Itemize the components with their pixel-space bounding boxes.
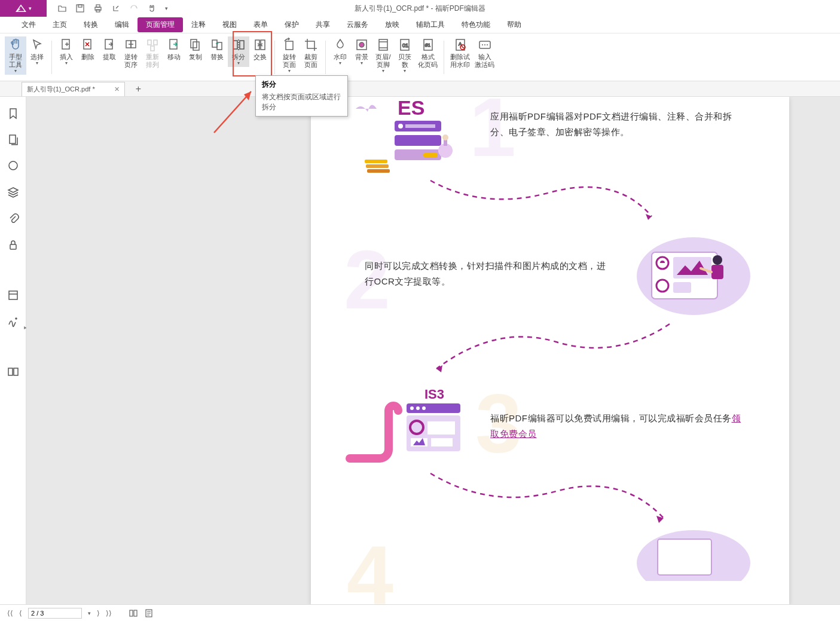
svg-rect-15 — [193, 42, 199, 50]
menu-accessibility[interactable]: 辅助工具 — [408, 17, 453, 32]
ribbon-select[interactable]: 选择 ▾ — [26, 36, 48, 67]
menu-slideshow[interactable]: 放映 — [377, 17, 408, 32]
menu-help[interactable]: 帮助 — [499, 17, 530, 32]
svg-point-59 — [713, 255, 722, 265]
ribbon-label: 删除试 用水印 — [450, 53, 470, 69]
menu-edit[interactable]: 编辑 — [106, 17, 138, 32]
ribbon-background[interactable]: 背景 ▾ — [351, 36, 372, 67]
ribbon-crop[interactable]: 裁剪 页面 — [300, 36, 322, 70]
security-icon[interactable] — [7, 239, 19, 251]
ribbon-copy[interactable]: 复制 — [185, 36, 206, 62]
svg-rect-10 — [148, 40, 151, 45]
copy-icon — [188, 38, 203, 52]
ribbon-delete[interactable]: 删除 — [77, 36, 99, 62]
menu-view[interactable]: 视图 — [214, 17, 245, 32]
first-page-button[interactable]: ⟨⟨ — [7, 609, 13, 617]
ribbon-label: 交换 — [253, 53, 267, 61]
ribbon-exchange[interactable]: 交换 — [249, 36, 271, 62]
ribbon-watermark[interactable]: 水印 ▾ — [329, 36, 351, 67]
pages-icon[interactable] — [7, 134, 19, 146]
svg-rect-1 — [78, 5, 82, 7]
svg-rect-73 — [134, 610, 137, 616]
svg-rect-25 — [379, 39, 387, 50]
ribbon-format-pagenum[interactable]: #1 格式 化页码 — [416, 36, 440, 70]
delete-icon — [81, 38, 95, 52]
prev-page-button[interactable]: ⟨ — [19, 609, 22, 617]
page-dropdown-icon[interactable]: ▾ — [88, 610, 91, 616]
del-watermark-icon: A — [453, 38, 468, 52]
ribbon-del-trial-wm[interactable]: A 删除试 用水印 — [448, 36, 472, 70]
compare-icon[interactable] — [7, 366, 19, 378]
qat-dropdown-icon[interactable]: ▾ — [165, 5, 168, 11]
layers-icon[interactable] — [7, 186, 19, 198]
ribbon-label: 替换 — [210, 53, 224, 61]
titlebar: ▾ ▾ 新人引导(1)_OCR.pdf * - 福昕PDF编辑器 — [0, 0, 840, 17]
extract-icon — [102, 38, 117, 52]
ribbon-input-code[interactable]: 输入 激活码 — [472, 36, 497, 70]
ribbon-rotate[interactable]: 旋转 页面 ▾ — [279, 36, 300, 75]
logo-dropdown-icon[interactable]: ▾ — [29, 5, 32, 11]
redo-icon[interactable] — [129, 4, 139, 13]
dropdown-arrow-icon: ▾ — [404, 69, 406, 74]
tab-add-button[interactable]: + — [136, 84, 141, 94]
hand-icon[interactable] — [147, 4, 157, 13]
ribbon-replace[interactable]: 替换 — [206, 36, 228, 62]
svg-point-42 — [398, 124, 403, 129]
ribbon-header-footer[interactable]: 页眉/ 页脚 ▾ — [372, 36, 394, 75]
document-tab[interactable]: 新人引导(1)_OCR.pdf * ✕ — [22, 82, 125, 96]
next-page-button[interactable]: ⟩ — [97, 609, 100, 617]
tab-close-icon[interactable]: ✕ — [114, 85, 120, 93]
bookmark-icon[interactable] — [7, 108, 19, 120]
save-icon[interactable] — [75, 4, 85, 13]
dropdown-arrow-icon: ▾ — [382, 69, 384, 74]
ribbon-rearrange: 重新 排列 — [142, 36, 163, 70]
ribbon-label: 输入 激活码 — [475, 53, 494, 69]
svg-rect-18 — [233, 41, 237, 49]
ribbon-move[interactable]: 移动 — [163, 36, 185, 62]
ribbon-split[interactable]: 拆分 ▾ — [228, 36, 249, 67]
step1-text: 应用福昕PDF编辑器对PDF文档进行编辑、注释、合并和拆分、电子签章、加密解密等… — [490, 109, 747, 140]
attachment-icon[interactable] — [7, 213, 19, 225]
svg-rect-61 — [407, 403, 460, 413]
menu-cloud[interactable]: 云服务 — [338, 17, 377, 32]
ribbon-hand-tool[interactable]: 手型 工具 ▾ — [5, 36, 26, 75]
fields-icon[interactable] — [7, 289, 19, 301]
svg-point-24 — [359, 42, 364, 47]
ribbon-label: 删除 — [81, 53, 94, 61]
ribbon-extract[interactable]: 提取 — [99, 36, 120, 62]
dropdown-arrow-icon: ▾ — [361, 61, 363, 66]
document-page: 1 ES 应用福昕PDF编辑器对PDF文档进行编辑、注释、合并 — [311, 97, 789, 604]
menu-comment[interactable]: 注释 — [183, 17, 214, 32]
menu-features[interactable]: 特色功能 — [453, 17, 499, 32]
reflow-icon[interactable] — [144, 608, 154, 618]
svg-point-62 — [410, 406, 414, 410]
svg-rect-39 — [8, 368, 13, 375]
undo-icon[interactable] — [111, 4, 121, 13]
menu-protect[interactable]: 保护 — [276, 17, 307, 32]
open-icon[interactable] — [57, 4, 67, 13]
ribbon-bates[interactable]: 01 贝茨 数 ▾ — [394, 36, 416, 75]
page-input[interactable] — [28, 608, 82, 619]
menu-form[interactable]: 表单 — [245, 17, 276, 32]
ribbon: 手型 工具 ▾ 选择 ▾ 插入 ▾ 删除 提取 逆转 页序 重新 排 — [0, 33, 840, 81]
ribbon-label: 裁剪 页面 — [304, 53, 317, 69]
menu-convert[interactable]: 转换 — [75, 17, 106, 32]
print-icon[interactable] — [93, 4, 103, 13]
ribbon-reverse[interactable]: 逆转 页序 — [120, 36, 142, 70]
menu-home[interactable]: 主页 — [44, 17, 75, 32]
signature-icon[interactable] — [7, 316, 19, 328]
window-title: 新人引导(1)_OCR.pdf * - 福昕PDF编辑器 — [355, 4, 485, 14]
last-page-button[interactable]: ⟩⟩ — [106, 609, 112, 617]
view-mode-icon[interactable] — [129, 608, 138, 618]
menu-page-manage[interactable]: 页面管理 — [138, 17, 183, 32]
menu-share[interactable]: 共享 — [307, 17, 338, 32]
svg-text:#1: #1 — [425, 42, 430, 48]
comments-icon[interactable] — [7, 160, 19, 172]
svg-rect-20 — [255, 40, 259, 50]
svg-rect-43 — [405, 124, 435, 128]
tooltip-title: 拆分 — [262, 79, 341, 90]
document-viewport[interactable]: 1 ES 应用福昕PDF编辑器对PDF文档进行编辑、注释、合并 — [26, 97, 840, 604]
menu-file[interactable]: 文件 — [13, 17, 44, 32]
ribbon-insert[interactable]: 插入 ▾ — [56, 36, 77, 67]
svg-rect-19 — [240, 41, 244, 49]
